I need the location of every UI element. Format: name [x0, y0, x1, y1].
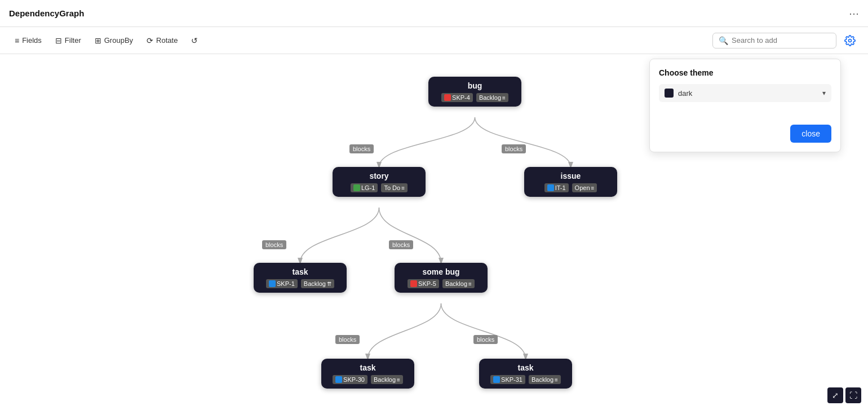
groupby-icon: ⊞ [95, 36, 101, 45]
node-task2[interactable]: task SKP-30 Backlog≡ [321, 359, 414, 389]
search-input[interactable] [732, 36, 830, 45]
groupby-label: GroupBy [104, 36, 133, 45]
edge-label: blocks [473, 335, 498, 344]
fields-button[interactable]: ≡ Fields [9, 33, 47, 48]
node-title: task [329, 363, 406, 372]
app-title: DependencyGraph [9, 8, 84, 18]
filter-icon: ⊟ [55, 36, 62, 45]
close-button[interactable]: close [790, 125, 831, 143]
svg-point-0 [849, 39, 852, 42]
badge-icon [335, 376, 342, 383]
node-title: task [262, 267, 339, 276]
node-badges: SKP-4 Backlog≡ [436, 93, 513, 102]
toolbar-right: 🔍 [712, 32, 859, 50]
top-bar: DependencyGraph ⋯ [0, 0, 868, 27]
node-title: task [487, 363, 564, 372]
toolbar: ≡ Fields ⊟ Filter ⊞ GroupBy ⟳ Rotate ↺ 🔍 [0, 27, 868, 54]
badge-icon [444, 94, 451, 101]
bottom-right-icons: ⤢ ⛶ [827, 387, 861, 403]
badge-status: To Do≡ [381, 183, 408, 192]
expand-icon: ⤢ [832, 391, 839, 400]
expand-button[interactable]: ⤢ [827, 387, 843, 403]
gear-icon [844, 35, 856, 46]
status-icon: ≡ [591, 185, 595, 191]
badge-status: Backlog≡ [371, 375, 403, 384]
status-icon: ⇈ [327, 281, 331, 287]
edge-label: blocks [335, 335, 360, 344]
node-issue[interactable]: issue IT-1 Open≡ [524, 167, 617, 197]
node-some_bug[interactable]: some bug SKP-5 Backlog≡ [395, 263, 488, 293]
badge-id: SKP-30 [333, 375, 367, 384]
status-icon: ≡ [468, 281, 472, 287]
node-bug[interactable]: bug SKP-4 Backlog≡ [428, 77, 521, 107]
node-badges: SKP-1 Backlog⇈ [262, 279, 339, 288]
main-area: Choose theme dark light auto ▾ close ⤢ ⛶ [0, 54, 868, 410]
status-icon: ≡ [401, 185, 405, 191]
badge-status: Backlog≡ [529, 375, 561, 384]
node-badges: SKP-5 Backlog≡ [402, 279, 480, 288]
badge-id: LG-1 [351, 183, 378, 192]
status-icon: ≡ [397, 377, 400, 383]
node-task1[interactable]: task SKP-1 Backlog⇈ [254, 263, 347, 293]
theme-select[interactable]: dark light auto [678, 89, 818, 98]
edge-label: blocks [389, 240, 413, 249]
theme-panel-title: Choose theme [659, 68, 831, 77]
badge-status: Backlog≡ [476, 93, 508, 102]
theme-color-swatch [665, 89, 674, 98]
badge-icon [353, 184, 360, 191]
fullscreen-icon: ⛶ [849, 391, 857, 400]
status-icon: ≡ [555, 377, 558, 383]
rotate-label: Rotate [156, 36, 178, 45]
rotate-icon: ⟳ [147, 36, 153, 45]
badge-icon [269, 280, 276, 287]
node-story[interactable]: story LG-1 To Do≡ [333, 167, 426, 197]
node-badges: LG-1 To Do≡ [340, 183, 418, 192]
theme-panel: Choose theme dark light auto ▾ close [649, 59, 841, 152]
search-icon: 🔍 [719, 36, 728, 45]
rotate-button[interactable]: ⟳ Rotate [141, 33, 183, 48]
badge-id: IT-1 [544, 183, 569, 192]
badge-icon [410, 280, 417, 287]
badge-status: Backlog⇈ [301, 279, 334, 288]
edge-label: blocks [262, 240, 286, 249]
sync-button[interactable]: ↺ [185, 33, 203, 48]
badge-icon [493, 376, 500, 383]
node-title: some bug [402, 267, 480, 276]
theme-select-row: dark light auto ▾ [659, 84, 831, 102]
node-title: bug [436, 81, 513, 90]
sync-icon: ↺ [191, 36, 198, 45]
node-badges: IT-1 Open≡ [532, 183, 609, 192]
filter-button[interactable]: ⊟ Filter [50, 33, 87, 48]
node-badges: SKP-31 Backlog≡ [487, 375, 564, 384]
fullscreen-button[interactable]: ⛶ [845, 387, 861, 403]
badge-id: SKP-5 [408, 279, 439, 288]
edge-label: blocks [349, 144, 374, 153]
theme-panel-footer: close [659, 125, 831, 143]
badge-id: SKP-1 [266, 279, 298, 288]
status-icon: ≡ [502, 95, 506, 101]
node-task3[interactable]: task SKP-31 Backlog≡ [479, 359, 572, 389]
badge-id: SKP-31 [490, 375, 525, 384]
node-badges: SKP-30 Backlog≡ [329, 375, 406, 384]
badge-status: Backlog≡ [442, 279, 475, 288]
badge-status: Open≡ [572, 183, 597, 192]
chevron-down-icon: ▾ [822, 89, 826, 97]
more-menu-icon[interactable]: ⋯ [849, 7, 859, 20]
fields-label: Fields [22, 36, 42, 45]
node-title: issue [532, 171, 609, 180]
fields-icon: ≡ [15, 36, 19, 45]
badge-icon [547, 184, 554, 191]
edge-label: blocks [502, 144, 526, 153]
badge-id: SKP-4 [441, 93, 473, 102]
search-box[interactable]: 🔍 [712, 33, 836, 49]
filter-label: Filter [65, 36, 81, 45]
node-title: story [340, 171, 418, 180]
settings-button[interactable] [841, 32, 859, 50]
groupby-button[interactable]: ⊞ GroupBy [89, 33, 139, 48]
graph-canvas[interactable]: Choose theme dark light auto ▾ close ⤢ ⛶ [0, 54, 868, 410]
